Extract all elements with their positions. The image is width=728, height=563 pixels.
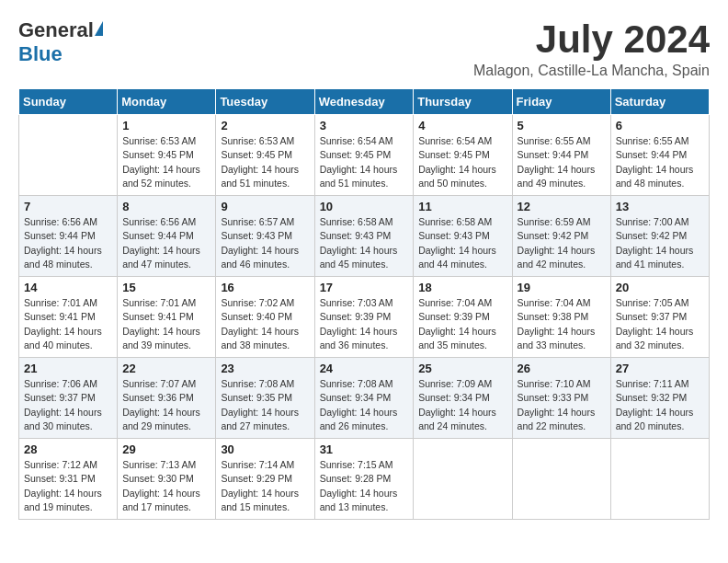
calendar-cell: 11Sunrise: 6:58 AMSunset: 9:43 PMDayligh…: [414, 196, 512, 277]
calendar-cell: 5Sunrise: 6:55 AMSunset: 9:44 PMDaylight…: [512, 115, 610, 196]
calendar-cell: 27Sunrise: 7:11 AMSunset: 9:32 PMDayligh…: [610, 358, 709, 439]
day-info: Sunrise: 6:53 AMSunset: 9:45 PMDaylight:…: [221, 134, 309, 190]
day-info: Sunrise: 7:04 AMSunset: 9:38 PMDaylight:…: [518, 296, 606, 352]
day-info: Sunrise: 7:11 AMSunset: 9:32 PMDaylight:…: [616, 377, 704, 433]
day-number: 22: [122, 362, 210, 375]
day-number: 15: [122, 281, 210, 294]
logo-general-text: General: [18, 18, 94, 42]
calendar-cell: [19, 115, 118, 196]
day-number: 28: [24, 442, 112, 456]
day-info: Sunrise: 7:12 AMSunset: 9:31 PMDaylight:…: [24, 458, 112, 514]
calendar-cell: 19Sunrise: 7:04 AMSunset: 9:38 PMDayligh…: [512, 277, 610, 358]
day-of-week-header: Friday: [512, 89, 610, 115]
calendar-cell: 3Sunrise: 6:54 AMSunset: 9:45 PMDaylight…: [314, 115, 414, 196]
calendar-cell: 26Sunrise: 7:10 AMSunset: 9:33 PMDayligh…: [512, 358, 610, 439]
calendar-cell: 2Sunrise: 6:53 AMSunset: 9:45 PMDaylight…: [216, 115, 314, 196]
day-info: Sunrise: 6:58 AMSunset: 9:43 PMDaylight:…: [418, 215, 506, 271]
logo-blue-text: Blue: [18, 42, 63, 66]
calendar-cell: 6Sunrise: 6:55 AMSunset: 9:44 PMDaylight…: [610, 115, 709, 196]
calendar-cell: 16Sunrise: 7:02 AMSunset: 9:40 PMDayligh…: [216, 277, 314, 358]
calendar-week-row: 28Sunrise: 7:12 AMSunset: 9:31 PMDayligh…: [19, 439, 710, 520]
day-info: Sunrise: 7:15 AMSunset: 9:28 PMDaylight:…: [320, 458, 409, 514]
calendar-cell: 7Sunrise: 6:56 AMSunset: 9:44 PMDaylight…: [19, 196, 118, 277]
calendar-cell: 17Sunrise: 7:03 AMSunset: 9:39 PMDayligh…: [314, 277, 414, 358]
logo: General Blue: [18, 18, 103, 66]
calendar-cell: 29Sunrise: 7:13 AMSunset: 9:30 PMDayligh…: [118, 439, 216, 520]
calendar-cell: [610, 439, 709, 520]
day-number: 27: [616, 362, 704, 375]
day-info: Sunrise: 7:01 AMSunset: 9:41 PMDaylight:…: [24, 296, 112, 352]
month-year: July 2024: [473, 18, 710, 61]
calendar-table: SundayMondayTuesdayWednesdayThursdayFrid…: [18, 88, 710, 520]
day-of-week-header: Monday: [118, 89, 216, 115]
calendar-cell: [414, 439, 512, 520]
day-of-week-header: Tuesday: [216, 89, 314, 115]
day-number: 9: [221, 200, 309, 213]
day-number: 25: [418, 362, 506, 375]
day-number: 31: [320, 442, 409, 456]
day-info: Sunrise: 7:02 AMSunset: 9:40 PMDaylight:…: [221, 296, 309, 352]
day-number: 7: [24, 200, 112, 213]
calendar-cell: 31Sunrise: 7:15 AMSunset: 9:28 PMDayligh…: [314, 439, 414, 520]
day-info: Sunrise: 7:01 AMSunset: 9:41 PMDaylight:…: [122, 296, 210, 352]
day-info: Sunrise: 7:05 AMSunset: 9:37 PMDaylight:…: [616, 296, 704, 352]
calendar-cell: 4Sunrise: 6:54 AMSunset: 9:45 PMDaylight…: [414, 115, 512, 196]
day-info: Sunrise: 6:55 AMSunset: 9:44 PMDaylight:…: [616, 134, 704, 190]
calendar-week-row: 1Sunrise: 6:53 AMSunset: 9:45 PMDaylight…: [19, 115, 710, 196]
day-number: 4: [418, 119, 506, 132]
calendar-cell: 30Sunrise: 7:14 AMSunset: 9:29 PMDayligh…: [216, 439, 314, 520]
calendar-cell: 23Sunrise: 7:08 AMSunset: 9:35 PMDayligh…: [216, 358, 314, 439]
day-number: 6: [616, 119, 704, 132]
day-number: 1: [122, 119, 210, 132]
day-info: Sunrise: 7:08 AMSunset: 9:35 PMDaylight:…: [221, 377, 309, 433]
day-info: Sunrise: 7:08 AMSunset: 9:34 PMDaylight:…: [320, 377, 409, 433]
calendar-cell: 28Sunrise: 7:12 AMSunset: 9:31 PMDayligh…: [19, 439, 118, 520]
header: General Blue July 2024 Malagon, Castille…: [18, 18, 710, 79]
day-of-week-header: Thursday: [414, 89, 512, 115]
day-number: 17: [320, 281, 409, 294]
title-area: July 2024 Malagon, Castille-La Mancha, S…: [473, 18, 710, 79]
day-info: Sunrise: 6:58 AMSunset: 9:43 PMDaylight:…: [320, 215, 409, 271]
day-of-week-header: Saturday: [610, 89, 709, 115]
calendar-week-row: 21Sunrise: 7:06 AMSunset: 9:37 PMDayligh…: [19, 358, 710, 439]
day-number: 24: [320, 362, 409, 375]
day-number: 29: [122, 442, 210, 456]
day-number: 8: [122, 200, 210, 213]
day-of-week-header: Sunday: [19, 89, 118, 115]
calendar-cell: 21Sunrise: 7:06 AMSunset: 9:37 PMDayligh…: [19, 358, 118, 439]
day-info: Sunrise: 7:06 AMSunset: 9:37 PMDaylight:…: [24, 377, 112, 433]
day-info: Sunrise: 7:13 AMSunset: 9:30 PMDaylight:…: [122, 458, 210, 514]
day-number: 16: [221, 281, 309, 294]
day-number: 3: [320, 119, 409, 132]
day-info: Sunrise: 7:10 AMSunset: 9:33 PMDaylight:…: [518, 377, 606, 433]
day-number: 26: [518, 362, 606, 375]
day-number: 19: [518, 281, 606, 294]
location: Malagon, Castille-La Mancha, Spain: [473, 63, 710, 79]
day-info: Sunrise: 7:00 AMSunset: 9:42 PMDaylight:…: [616, 215, 704, 271]
calendar-cell: 14Sunrise: 7:01 AMSunset: 9:41 PMDayligh…: [19, 277, 118, 358]
day-number: 18: [418, 281, 506, 294]
day-info: Sunrise: 7:14 AMSunset: 9:29 PMDaylight:…: [221, 458, 309, 514]
calendar-cell: 15Sunrise: 7:01 AMSunset: 9:41 PMDayligh…: [118, 277, 216, 358]
calendar-cell: 1Sunrise: 6:53 AMSunset: 9:45 PMDaylight…: [118, 115, 216, 196]
day-info: Sunrise: 6:56 AMSunset: 9:44 PMDaylight:…: [24, 215, 112, 271]
day-info: Sunrise: 6:55 AMSunset: 9:44 PMDaylight:…: [518, 134, 606, 190]
day-number: 12: [518, 200, 606, 213]
day-info: Sunrise: 6:54 AMSunset: 9:45 PMDaylight:…: [418, 134, 506, 190]
calendar-week-row: 7Sunrise: 6:56 AMSunset: 9:44 PMDaylight…: [19, 196, 710, 277]
calendar-cell: 13Sunrise: 7:00 AMSunset: 9:42 PMDayligh…: [610, 196, 709, 277]
day-number: 13: [616, 200, 704, 213]
day-number: 10: [320, 200, 409, 213]
day-info: Sunrise: 6:56 AMSunset: 9:44 PMDaylight:…: [122, 215, 210, 271]
day-info: Sunrise: 6:59 AMSunset: 9:42 PMDaylight:…: [518, 215, 606, 271]
day-info: Sunrise: 6:54 AMSunset: 9:45 PMDaylight:…: [320, 134, 409, 190]
calendar-cell: 10Sunrise: 6:58 AMSunset: 9:43 PMDayligh…: [314, 196, 414, 277]
day-info: Sunrise: 7:03 AMSunset: 9:39 PMDaylight:…: [320, 296, 409, 352]
calendar-cell: 22Sunrise: 7:07 AMSunset: 9:36 PMDayligh…: [118, 358, 216, 439]
day-of-week-header: Wednesday: [314, 89, 414, 115]
calendar-cell: 18Sunrise: 7:04 AMSunset: 9:39 PMDayligh…: [414, 277, 512, 358]
calendar-cell: [512, 439, 610, 520]
day-number: 14: [24, 281, 112, 294]
day-number: 23: [221, 362, 309, 375]
calendar-cell: 24Sunrise: 7:08 AMSunset: 9:34 PMDayligh…: [314, 358, 414, 439]
